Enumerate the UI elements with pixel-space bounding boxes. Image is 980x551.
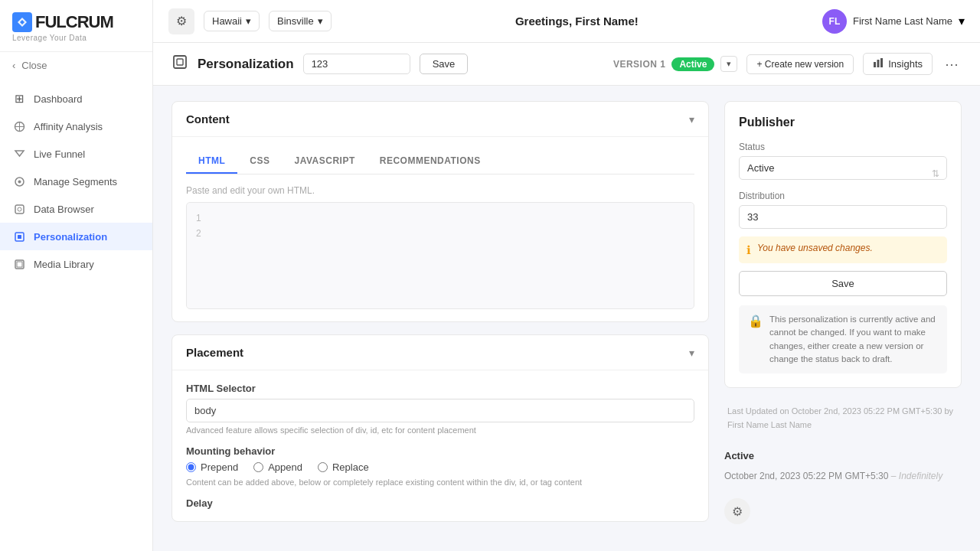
unsaved-text: You have unsaved changes. <box>757 243 873 253</box>
selector-hint: Advanced feature allows specific selecti… <box>186 425 694 435</box>
content-card-header: Content ▾ <box>172 102 708 137</box>
meta-updated-text: Last Updated on October 2nd, 2023 05:22 … <box>727 405 959 432</box>
sidebar-item-affinity-analysis[interactable]: Affinity Analysis <box>0 112 152 140</box>
sidebar: FULCRUM Leverage Your Data ‹ Close ⊞ Das… <box>0 0 153 551</box>
svg-point-2 <box>18 180 21 183</box>
more-options-button[interactable]: ⋯ <box>942 53 962 76</box>
sidebar-nav: ⊞ Dashboard Affinity Analysis Live Funne… <box>0 76 152 551</box>
sidebar-item-personalization[interactable]: Personalization <box>0 223 152 250</box>
logo-area: FULCRUM Leverage Your Data <box>0 0 152 52</box>
user-chevron-icon: ▾ <box>959 14 965 28</box>
chevron-down-icon: ▾ <box>246 15 251 27</box>
delay-label: Delay <box>186 497 694 509</box>
dashboard-icon: ⊞ <box>12 92 26 106</box>
save-button[interactable]: Save <box>420 54 469 74</box>
topbar: ⚙ Hawaii ▾ Binsville ▾ Greetings, First … <box>153 0 980 43</box>
content-area: Content ▾ HTML CSS JAVASCRIPT RECOMMENDA… <box>153 86 980 551</box>
location2-dropdown[interactable]: Binsville ▾ <box>269 11 332 31</box>
insights-chart-icon <box>873 57 884 70</box>
right-panel: Publisher Status Active Draft Distributi… <box>724 101 962 536</box>
radio-prepend[interactable]: Prepend <box>186 461 238 473</box>
mounting-radio-group: Prepend Append Replace <box>186 461 694 473</box>
data-browser-icon <box>12 202 26 216</box>
chevron-down-icon: ▾ <box>318 15 323 27</box>
lock-text: This personalization is currently active… <box>769 313 938 366</box>
content-card-title: Content <box>186 112 230 126</box>
info-icon: ℹ <box>746 243 751 257</box>
user-menu[interactable]: FL First Name Last Name ▾ <box>822 9 965 34</box>
svg-rect-11 <box>874 62 876 67</box>
location1-dropdown[interactable]: Hawaii ▾ <box>204 11 260 31</box>
status-select-wrapper: Active Draft <box>739 156 947 191</box>
tab-html[interactable]: HTML <box>186 149 237 174</box>
avatar: FL <box>822 9 847 34</box>
svg-rect-10 <box>177 59 183 65</box>
append-label: Append <box>268 461 302 473</box>
radio-append[interactable]: Append <box>253 461 302 473</box>
placement-card-header: Placement ▾ <box>172 335 708 370</box>
version-chevron-button[interactable]: ▾ <box>720 56 737 72</box>
tab-recommendations[interactable]: RECOMMENDATIONS <box>368 149 493 174</box>
lock-notice: 🔒 This personalization is currently acti… <box>739 305 947 373</box>
gear-icon: ⚙ <box>176 14 187 28</box>
meta-gear-button[interactable]: ⚙ <box>724 498 750 524</box>
placement-card-title: Placement <box>186 346 243 359</box>
create-new-version-button[interactable]: + Create new version <box>746 54 854 74</box>
tab-css[interactable]: CSS <box>237 149 282 174</box>
settings-gear-button[interactable]: ⚙ <box>168 8 194 34</box>
main-area: ⚙ Hawaii ▾ Binsville ▾ Greetings, First … <box>153 0 980 551</box>
svg-rect-13 <box>880 58 883 67</box>
sidebar-item-label: Dashboard <box>34 93 83 105</box>
insights-button[interactable]: Insights <box>863 53 933 75</box>
meta-date: October 2nd, 2023 05:22 PM GMT+5:30 – In… <box>724 471 962 481</box>
status-badge: Active <box>671 57 714 71</box>
version-row: VERSION 1 Active ▾ <box>613 56 738 72</box>
close-arrow-icon: ‹ <box>12 60 15 71</box>
sidebar-item-data-browser[interactable]: Data Browser <box>0 195 152 223</box>
sidebar-item-media-library[interactable]: Media Library <box>0 250 152 278</box>
svg-rect-3 <box>15 205 24 214</box>
sidebar-item-label: Manage Segments <box>34 176 117 187</box>
svg-rect-8 <box>17 262 22 267</box>
content-card-body: HTML CSS JAVASCRIPT RECOMMENDATIONS Past… <box>172 137 708 321</box>
code-editor[interactable]: 1 2 <box>186 202 694 309</box>
svg-point-4 <box>18 207 21 211</box>
sidebar-item-label: Live Funnel <box>34 148 85 160</box>
logo-icon <box>12 12 32 32</box>
status-label: Status <box>739 142 947 152</box>
location2-label: Binsville <box>277 15 314 27</box>
status-select[interactable]: Active Draft <box>739 156 947 180</box>
sidebar-item-dashboard[interactable]: ⊞ Dashboard <box>0 85 152 112</box>
gear-settings-icon: ⚙ <box>732 504 743 519</box>
affinity-icon <box>12 119 26 133</box>
sidebar-item-label: Media Library <box>34 259 94 270</box>
funnel-icon <box>12 147 26 161</box>
placement-card-body: HTML Selector Advanced feature allows sp… <box>172 370 708 521</box>
page-header: Personalization Save VERSION 1 Active ▾ … <box>153 43 980 86</box>
placement-collapse-icon[interactable]: ▾ <box>689 347 694 359</box>
editor-hint: Paste and edit your own HTML. <box>186 185 694 196</box>
sidebar-item-live-funnel[interactable]: Live Funnel <box>0 140 152 168</box>
active-suffix: – Indefinitely <box>891 471 942 481</box>
distribution-input[interactable] <box>739 205 947 229</box>
media-library-icon <box>12 257 26 271</box>
sidebar-item-label: Personalization <box>34 231 107 243</box>
radio-replace[interactable]: Replace <box>318 461 369 473</box>
publisher-save-button[interactable]: Save <box>739 271 947 296</box>
tab-javascript[interactable]: JAVASCRIPT <box>283 149 368 174</box>
active-date-text: October 2nd, 2023 05:22 PM GMT+5:30 <box>724 471 888 481</box>
content-collapse-icon[interactable]: ▾ <box>689 113 694 126</box>
content-card: Content ▾ HTML CSS JAVASCRIPT RECOMMENDA… <box>172 101 709 322</box>
segments-icon <box>12 174 26 188</box>
close-button[interactable]: ‹ Close <box>0 52 152 76</box>
lock-icon: 🔒 <box>748 314 763 328</box>
personalization-name-input[interactable] <box>303 54 410 74</box>
replace-label: Replace <box>332 461 369 473</box>
logo-brand: FULCRUM <box>12 12 140 32</box>
html-selector-input[interactable] <box>186 399 694 422</box>
sidebar-item-manage-segments[interactable]: Manage Segments <box>0 168 152 195</box>
close-label: Close <box>21 60 47 71</box>
logo-brand-text: FULCRUM <box>35 12 113 32</box>
greeting-text: Greetings, First Name! <box>341 15 813 28</box>
prepend-label: Prepend <box>201 461 238 473</box>
